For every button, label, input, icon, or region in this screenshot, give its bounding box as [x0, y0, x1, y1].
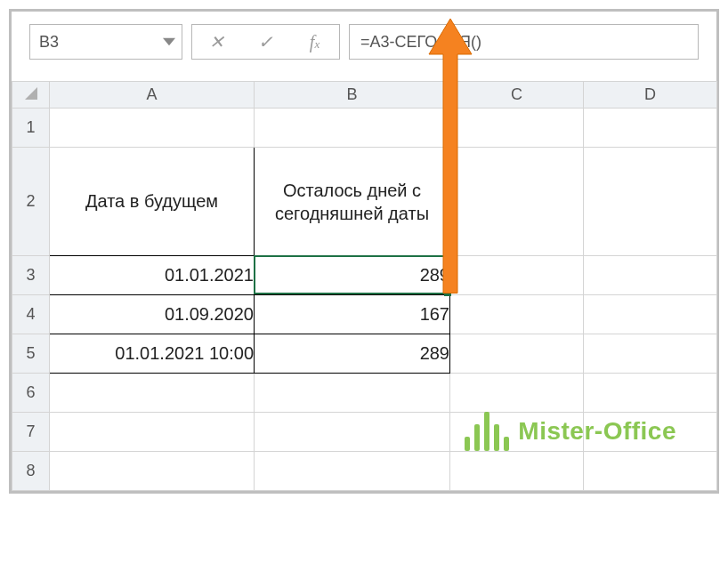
select-all-corner[interactable]	[12, 82, 50, 109]
cell-C3[interactable]	[450, 256, 584, 295]
fx-icon[interactable]: fx	[290, 25, 339, 59]
cell-B1[interactable]	[255, 109, 450, 148]
cell-B7[interactable]	[255, 413, 450, 452]
row-header-4[interactable]: 4	[12, 295, 50, 334]
row-header-7[interactable]: 7	[12, 413, 50, 452]
cell-A6[interactable]	[50, 374, 255, 413]
name-box-value: B3	[30, 33, 157, 52]
cell-C2[interactable]	[450, 148, 584, 256]
name-box-dropdown-icon[interactable]	[157, 25, 182, 59]
row-header-2[interactable]: 2	[12, 148, 50, 256]
formula-input[interactable]: =A3-СЕГОДНЯ()	[349, 24, 699, 60]
watermark-text: Mister-Office	[518, 417, 676, 446]
cell-A3[interactable]: 01.01.2021	[50, 256, 255, 295]
cell-B4[interactable]: 167	[255, 295, 450, 334]
spreadsheet-grid[interactable]: A B C D 1 2 Дата в будущем Осталось	[12, 81, 716, 491]
cell-D1[interactable]	[584, 109, 717, 148]
svg-marker-1	[25, 87, 37, 100]
row-header-1[interactable]: 1	[12, 109, 50, 148]
header-text-B: Осталось дней с сегодняшней даты	[275, 181, 429, 223]
col-header-A[interactable]: A	[50, 82, 255, 109]
name-box[interactable]: B3	[29, 24, 182, 60]
cell-B8[interactable]	[255, 452, 450, 491]
cell-B2[interactable]: Осталось дней с сегодняшней даты	[255, 148, 450, 256]
row-header-5[interactable]: 5	[12, 334, 50, 374]
cell-A4[interactable]: 01.09.2020	[50, 295, 255, 334]
cell-B5[interactable]: 289	[255, 334, 450, 374]
watermark: Mister-Office	[465, 412, 676, 451]
cell-A2[interactable]: Дата в будущем	[50, 148, 255, 256]
col-header-B[interactable]: B	[255, 82, 450, 109]
formula-bar-area: B3 ✕ ✓ fx =A3-СЕГОДНЯ()	[12, 12, 716, 81]
cell-D2[interactable]	[584, 148, 717, 256]
row-header-8[interactable]: 8	[12, 452, 50, 491]
cell-B3[interactable]: 289	[255, 256, 450, 295]
cell-C6[interactable]	[450, 374, 584, 413]
cell-D3[interactable]	[584, 256, 717, 295]
svg-marker-0	[163, 38, 175, 45]
cell-C1[interactable]	[450, 109, 584, 148]
cell-C8[interactable]	[450, 452, 584, 491]
cell-A5[interactable]: 01.01.2021 10:00	[50, 334, 255, 374]
cell-B6[interactable]	[255, 374, 450, 413]
cell-A1[interactable]	[50, 109, 255, 148]
formula-text: =A3-СЕГОДНЯ()	[360, 33, 481, 52]
cell-D8[interactable]	[584, 452, 717, 491]
cell-A8[interactable]	[50, 452, 255, 491]
col-header-D[interactable]: D	[584, 82, 717, 109]
watermark-bars-icon	[465, 412, 509, 451]
cell-A7[interactable]	[50, 413, 255, 452]
formula-bar-buttons: ✕ ✓ fx	[191, 24, 340, 60]
header-text-A: Дата в будущем	[85, 191, 218, 211]
cancel-icon[interactable]: ✕	[192, 25, 241, 59]
row-header-6[interactable]: 6	[12, 374, 50, 413]
cell-D6[interactable]	[584, 374, 717, 413]
cell-D5[interactable]	[584, 334, 717, 374]
cell-C4[interactable]	[450, 295, 584, 334]
col-header-C[interactable]: C	[450, 82, 584, 109]
row-header-3[interactable]: 3	[12, 256, 50, 295]
cell-C5[interactable]	[450, 334, 584, 374]
enter-icon[interactable]: ✓	[241, 25, 290, 59]
cell-D4[interactable]	[584, 295, 717, 334]
